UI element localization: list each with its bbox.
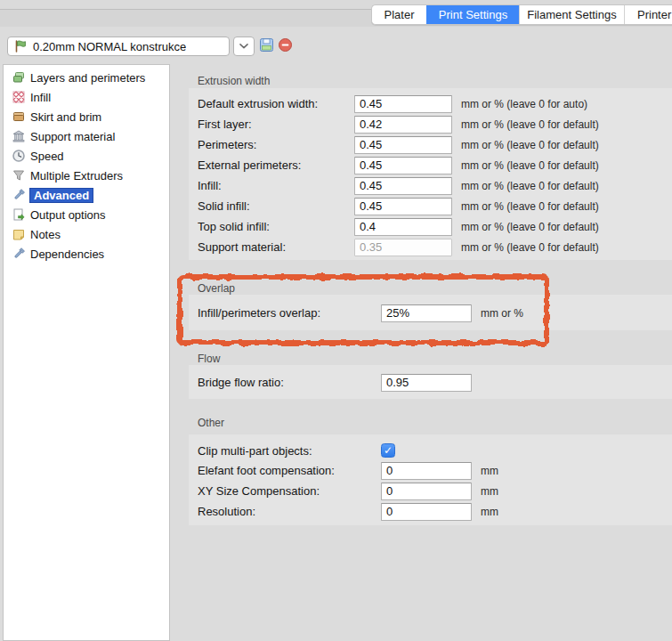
preset-dropdown-button[interactable]: [233, 37, 255, 56]
elefant-foot-compensation-input[interactable]: [381, 462, 472, 480]
tab-filament-settings[interactable]: Filament Settings: [519, 5, 624, 24]
settings-row: Perimeters: mm or % (leave 0 for default…: [189, 134, 672, 155]
unit-label: mm or % (leave 0 for default): [461, 118, 599, 131]
preset-flag-icon: [13, 39, 28, 53]
sidebar-item-dependencies[interactable]: Dependencies: [4, 244, 169, 264]
sidebar-label: Notes: [30, 228, 61, 241]
top-bar: Plater Print Settings Filament Settings …: [0, 0, 672, 27]
sidebar-item-layers-and-perimeters[interactable]: Layers and perimeters: [4, 68, 169, 87]
field-label: Solid infill:: [198, 199, 354, 213]
sidebar-label: Multiple Extruders: [30, 169, 123, 183]
wrench-icon: [12, 247, 26, 261]
delete-preset-button[interactable]: [278, 37, 293, 53]
settings-row: Top solid infill: mm or % (leave 0 for d…: [189, 216, 672, 237]
unit-label: mm or % (leave 0 for default): [461, 200, 599, 213]
perimeters-width-input[interactable]: [354, 136, 452, 154]
settings-row: First layer: mm or % (leave 0 for defaul…: [189, 114, 672, 134]
section-title-flow: Flow: [198, 353, 220, 365]
checkmark-icon: ✓: [384, 445, 393, 456]
sidebar-item-notes[interactable]: Notes: [4, 224, 169, 244]
support-icon: [12, 129, 26, 143]
speed-icon: [12, 149, 26, 163]
unit-label: mm or % (leave 0 for auto): [461, 98, 587, 110]
sidebar-label: Layers and perimeters: [30, 71, 145, 85]
section-overlap: Infill/perimeters overlap: mm or %: [189, 295, 672, 330]
settings-row: Infill: mm or % (leave 0 for default): [189, 175, 672, 196]
sidebar-item-output-options[interactable]: Output options: [4, 205, 169, 224]
resolution-input[interactable]: [381, 503, 472, 521]
field-label: Infill:: [198, 179, 354, 192]
section-title-overlap: Overlap: [198, 282, 235, 295]
infill-perimeters-overlap-input[interactable]: [381, 304, 472, 322]
settings-row: Support material: mm or % (leave 0 for d…: [189, 237, 672, 257]
unit-label: mm: [481, 485, 498, 498]
settings-row: Infill/perimeters overlap: mm or %: [189, 303, 672, 323]
field-label: Perimeters:: [198, 138, 354, 151]
settings-row: Default extrusion width: mm or % (leave …: [189, 93, 672, 114]
unit-label: mm or % (leave 0 for default): [461, 139, 599, 151]
field-label: XY Size Compensation:: [198, 484, 381, 498]
default-extrusion-width-input[interactable]: [354, 95, 452, 113]
unit-label: mm or % (leave 0 for default): [461, 159, 599, 172]
clip-multi-part-objects-checkbox[interactable]: ✓: [381, 443, 395, 458]
infill-width-input[interactable]: [354, 177, 452, 195]
settings-row: External perimeters: mm or % (leave 0 fo…: [189, 155, 672, 175]
section-flow: Bridge flow ratio:: [189, 365, 672, 399]
sidebar-label: Speed: [30, 150, 64, 163]
titlebar-divider: [0, 9, 372, 10]
section-title-extrusion-width: Extrusion width: [198, 75, 270, 87]
settings-row: Bridge flow ratio:: [189, 372, 672, 393]
bridge-flow-ratio-input[interactable]: [381, 374, 472, 392]
output-icon: [12, 207, 26, 222]
layers-icon: [12, 70, 26, 85]
section-title-other: Other: [198, 417, 224, 429]
field-label: Elefant foot compensation:: [198, 464, 381, 477]
field-label: Default extrusion width:: [198, 97, 354, 110]
settings-row: Elefant foot compensation: mm: [189, 460, 672, 481]
sidebar-item-multiple-extruders[interactable]: Multiple Extruders: [4, 166, 169, 185]
field-label: Resolution:: [198, 505, 381, 518]
settings-row: Solid infill: mm or % (leave 0 for defau…: [189, 196, 672, 216]
first-layer-width-input[interactable]: [354, 116, 452, 134]
field-label: Support material:: [198, 240, 354, 254]
field-label: Infill/perimeters overlap:: [198, 306, 381, 320]
top-solid-infill-width-input[interactable]: [354, 218, 452, 236]
settings-row: Resolution: mm: [189, 501, 672, 522]
sidebar-item-speed[interactable]: Speed: [4, 146, 169, 166]
sidebar-label: Support material: [30, 130, 115, 143]
slic3r-print-settings-window: { "tabs": { "items": [ {"label": "Plater…: [0, 0, 672, 641]
preset-name: 0.20mm NORMAL konstrukce: [33, 40, 186, 53]
tab-print-settings[interactable]: Print Settings: [426, 5, 519, 24]
tab-printer-settings[interactable]: Printer Settings: [624, 5, 672, 24]
chevron-down-icon: [239, 44, 248, 49]
settings-row: XY Size Compensation: mm: [189, 481, 672, 501]
notes-icon: [12, 227, 26, 241]
field-label: External perimeters:: [198, 158, 354, 172]
sidebar-label: Skirt and brim: [30, 110, 101, 124]
unit-label: mm or % (leave 0 for default): [461, 221, 599, 233]
xy-size-compensation-input[interactable]: [381, 483, 472, 500]
sidebar-item-infill[interactable]: Infill: [4, 87, 169, 107]
sidebar-label-selected: Advanced: [29, 188, 93, 203]
save-preset-button[interactable]: [259, 37, 274, 53]
settings-row: Clip multi-part objects: ✓: [189, 441, 672, 460]
skirt-icon: [12, 110, 26, 124]
field-label: First layer:: [198, 118, 354, 131]
tab-plater[interactable]: Plater: [372, 5, 426, 24]
sidebar-label: Output options: [30, 208, 106, 222]
unit-label: mm or %: [481, 307, 523, 320]
tab-bar: Plater Print Settings Filament Settings …: [371, 4, 672, 25]
preset-combobox[interactable]: 0.20mm NORMAL konstrukce: [7, 37, 230, 56]
sidebar-item-advanced[interactable]: Advanced: [4, 185, 169, 205]
unit-label: mm: [481, 506, 498, 518]
section-extrusion-width: Default extrusion width: mm or % (leave …: [189, 88, 672, 260]
infill-icon: [12, 90, 26, 104]
unit-label: mm: [481, 465, 498, 477]
unit-label: mm or % (leave 0 for default): [461, 180, 599, 192]
field-label: Top solid infill:: [198, 220, 354, 233]
sidebar-item-skirt-and-brim[interactable]: Skirt and brim: [4, 107, 169, 126]
sidebar-item-support-material[interactable]: Support material: [4, 126, 169, 146]
settings-category-list: Layers and perimeters Infill Skirt and b…: [3, 64, 170, 641]
solid-infill-width-input[interactable]: [354, 198, 452, 215]
external-perimeters-width-input[interactable]: [354, 157, 452, 174]
